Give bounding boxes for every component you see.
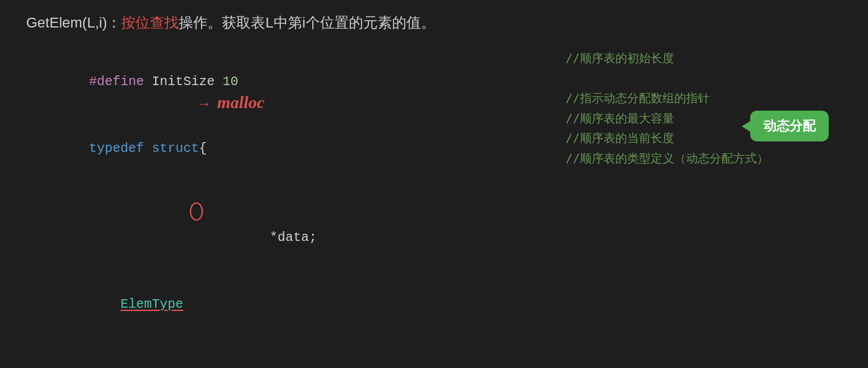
main-container: GetElem(L,i)：按位查找操作。获取表L中第i个位置的元素的值。 #de… <box>0 0 868 368</box>
malloc-annotation: → malloc <box>200 93 264 113</box>
comment-maxsize: //顺序表的最大容量 <box>566 109 769 129</box>
comment-seqlist: //顺序表的类型定义（动态分配方式） <box>566 149 769 169</box>
code-line-elemtype: ElemType *data; <box>26 182 317 338</box>
title-line: GetElem(L,i)：按位查找操作。获取表L中第i个位置的元素的值。 <box>26 13 842 33</box>
code-block-1: #define InitSize 10 typedef struct{ Elem… <box>26 48 317 368</box>
title-func: GetElem(L,i)： <box>26 14 121 31</box>
dynamic-label: 动态分配 <box>763 119 816 133</box>
title-highlight: 按位查找 <box>121 14 179 31</box>
code-line-typedef: typedef struct{ <box>26 115 317 182</box>
malloc-label: malloc <box>217 93 264 112</box>
comments-col-1: //顺序表的初始长度 //指示动态分配数组的指针 //顺序表的最大容量 //顺序… <box>566 48 769 368</box>
code-line-define: #define InitSize 10 <box>26 48 317 115</box>
comment-empty <box>566 69 769 89</box>
title-desc: 操作。获取表L中第i个位置的元素的值。 <box>179 14 435 31</box>
comment-initsize: //顺序表的初始长度 <box>566 48 769 69</box>
dynamic-bubble: 动态分配 <box>750 111 829 141</box>
comment-length: //顺序表的当前长度 <box>566 128 769 149</box>
comment-elemtype: //指示动态分配数组的指针 <box>566 88 769 109</box>
code-line-maxsize: int MaxSize; △ <box>26 338 317 368</box>
